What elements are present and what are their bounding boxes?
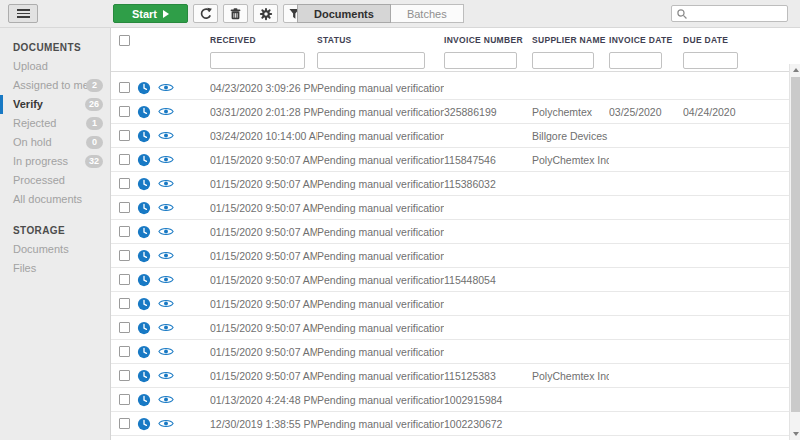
clock-icon[interactable] — [137, 417, 151, 431]
sidebar-item-rejected[interactable]: Rejected1 — [0, 114, 110, 133]
sidebar-item-verify[interactable]: Verify26 — [0, 95, 110, 114]
view-icon[interactable] — [158, 418, 174, 429]
clock-icon[interactable] — [137, 201, 151, 215]
row-checkbox[interactable] — [119, 154, 130, 165]
row-checkbox[interactable] — [119, 346, 130, 357]
clock-icon[interactable] — [137, 369, 151, 383]
column-header-supplier-name[interactable]: SUPPLIER NAME — [532, 35, 609, 45]
table-row[interactable]: 03/31/2020 2:01:28 PMPending manual veri… — [111, 100, 789, 124]
view-icon[interactable] — [158, 370, 174, 381]
clock-icon[interactable] — [137, 129, 151, 143]
toolbar: Start Documents Batches — [0, 0, 800, 28]
clock-icon[interactable] — [137, 321, 151, 335]
sidebar-item-on-hold[interactable]: On hold0 — [0, 133, 110, 152]
sidebar-item-files[interactable]: Files — [0, 259, 110, 278]
table-row[interactable]: 01/15/2020 9:50:07 AMPending manual veri… — [111, 316, 789, 340]
view-icon[interactable] — [158, 298, 174, 309]
tab-documents[interactable]: Documents — [297, 4, 391, 23]
view-icon[interactable] — [158, 82, 174, 93]
filter-input-status[interactable] — [317, 52, 425, 69]
view-icon[interactable] — [158, 106, 174, 117]
scrollbar-thumb[interactable] — [791, 77, 800, 412]
settings-button[interactable] — [253, 4, 278, 23]
table-row[interactable]: 03/24/2020 10:14:00 AMPending manual ver… — [111, 124, 789, 148]
view-icon[interactable] — [158, 394, 174, 405]
clock-icon[interactable] — [137, 273, 151, 287]
row-checkbox[interactable] — [119, 202, 130, 213]
table-row[interactable]: 01/15/2020 9:50:07 AMPending manual veri… — [111, 172, 789, 196]
start-button[interactable]: Start — [113, 4, 188, 23]
view-icon[interactable] — [158, 178, 174, 189]
refresh-button[interactable] — [193, 4, 218, 23]
clock-icon[interactable] — [137, 153, 151, 167]
filter-input-invoice-number[interactable] — [444, 52, 517, 69]
table-row[interactable]: 01/15/2020 9:50:07 AMPending manual veri… — [111, 148, 789, 172]
filter-input-supplier-name[interactable] — [532, 52, 594, 69]
column-header-status[interactable]: STATUS — [317, 35, 444, 45]
clock-icon[interactable] — [137, 249, 151, 263]
sidebar-item-documents[interactable]: Documents — [0, 240, 110, 259]
row-checkbox[interactable] — [119, 250, 130, 261]
filter-input-due-date[interactable] — [683, 52, 738, 69]
row-checkbox[interactable] — [119, 394, 130, 405]
clock-icon[interactable] — [137, 81, 151, 95]
view-icon[interactable] — [158, 274, 174, 285]
view-icon[interactable] — [158, 346, 174, 357]
table-row[interactable]: 04/23/2020 3:09:26 PMPending manual veri… — [111, 76, 789, 100]
view-icon[interactable] — [158, 226, 174, 237]
table-row[interactable]: 01/15/2020 9:50:07 AMPending manual veri… — [111, 220, 789, 244]
table-row[interactable]: 01/15/2020 9:50:07 AMPending manual veri… — [111, 364, 789, 388]
column-header-invoice-date[interactable]: INVOICE DATE — [609, 35, 683, 45]
row-checkbox[interactable] — [119, 418, 130, 429]
sidebar-item-upload[interactable]: Upload — [0, 57, 110, 76]
table-row[interactable]: 01/15/2020 9:50:07 AMPending manual veri… — [111, 196, 789, 220]
filter-input-invoice-date[interactable] — [609, 52, 662, 69]
table-row[interactable]: 01/15/2020 9:50:07 AMPending manual veri… — [111, 340, 789, 364]
view-icon[interactable] — [158, 250, 174, 261]
clock-icon[interactable] — [137, 297, 151, 311]
cell-status: Pending manual verification — [317, 154, 444, 166]
search-input[interactable] — [691, 8, 783, 19]
tab-batches[interactable]: Batches — [391, 4, 464, 23]
row-checkbox[interactable] — [119, 322, 130, 333]
menu-button[interactable] — [8, 4, 38, 23]
view-icon[interactable] — [158, 130, 174, 141]
sidebar-item-in-progress[interactable]: In progress32 — [0, 152, 110, 171]
table-row[interactable]: 01/15/2020 9:50:07 AMPending manual veri… — [111, 244, 789, 268]
scroll-down-button[interactable] — [790, 428, 800, 440]
table-row[interactable]: 01/15/2020 9:50:07 AMPending manual veri… — [111, 268, 789, 292]
row-checkbox[interactable] — [119, 226, 130, 237]
table-row[interactable]: 01/13/2020 4:24:48 PMPending manual veri… — [111, 388, 789, 412]
row-checkbox[interactable] — [119, 370, 130, 381]
table-row[interactable]: 12/30/2019 1:38:55 PMPending manual veri… — [111, 412, 789, 436]
row-checkbox[interactable] — [119, 82, 130, 93]
table-row[interactable]: 01/15/2020 9:50:07 AMPending manual veri… — [111, 292, 789, 316]
clock-icon[interactable] — [137, 177, 151, 191]
clock-icon[interactable] — [137, 105, 151, 119]
sidebar: DOCUMENTSUploadAssigned to me2Verify26Re… — [0, 28, 110, 440]
vertical-scrollbar[interactable] — [789, 64, 800, 440]
clock-icon[interactable] — [137, 393, 151, 407]
count-badge: 32 — [85, 155, 103, 168]
view-icon[interactable] — [158, 322, 174, 333]
sidebar-item-assigned-to-me[interactable]: Assigned to me2 — [0, 76, 110, 95]
row-checkbox[interactable] — [119, 178, 130, 189]
row-checkbox[interactable] — [119, 130, 130, 141]
delete-button[interactable] — [223, 4, 248, 23]
clock-icon[interactable] — [137, 225, 151, 239]
filter-input-received[interactable] — [210, 52, 305, 69]
row-checkbox[interactable] — [119, 274, 130, 285]
row-checkbox[interactable] — [119, 106, 130, 117]
column-header-due-date[interactable]: DUE DATE — [683, 35, 800, 45]
view-icon[interactable] — [158, 202, 174, 213]
column-header-received[interactable]: RECEIVED — [210, 35, 317, 45]
clock-icon[interactable] — [137, 345, 151, 359]
view-icon[interactable] — [158, 154, 174, 165]
scroll-up-button[interactable] — [790, 64, 800, 76]
sidebar-item-processed[interactable]: Processed — [0, 171, 110, 190]
column-header-invoice-number[interactable]: INVOICE NUMBER — [444, 35, 532, 45]
row-checkbox[interactable] — [119, 298, 130, 309]
select-all-checkbox[interactable] — [119, 35, 130, 46]
search-box[interactable] — [671, 5, 788, 22]
sidebar-item-all-documents[interactable]: All documents — [0, 190, 110, 209]
